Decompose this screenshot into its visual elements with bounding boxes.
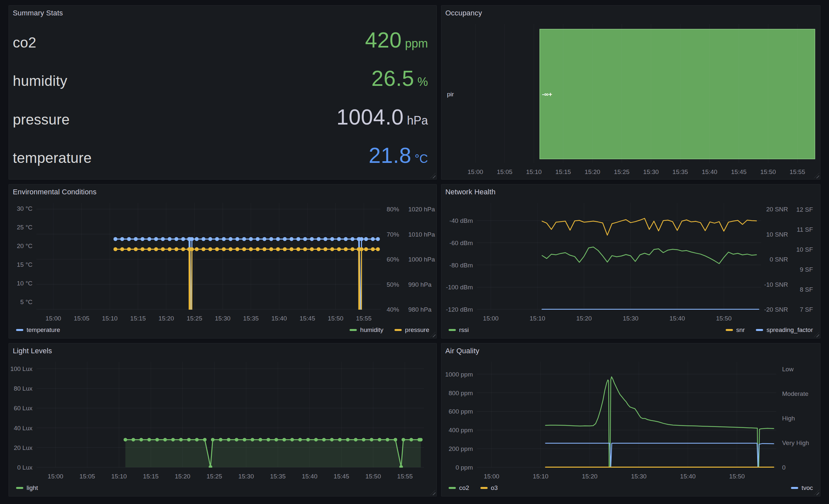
legend-item-snr[interactable]: snr xyxy=(726,326,745,334)
environment-chart[interactable]: 15:0015:0515:1015:1515:2015:2515:3015:35… xyxy=(9,198,436,325)
data-point-pressure[interactable] xyxy=(351,247,355,251)
data-point-pressure[interactable] xyxy=(269,247,273,251)
legend-item-co2[interactable]: co2 xyxy=(448,484,469,492)
data-point-light[interactable] xyxy=(282,438,286,441)
data-point-light[interactable] xyxy=(399,465,403,469)
data-point-pressure[interactable] xyxy=(290,247,293,251)
data-point-light[interactable] xyxy=(298,438,302,441)
panel-title[interactable]: Occupancy xyxy=(441,6,820,20)
data-point-pressure[interactable] xyxy=(215,247,219,251)
data-point-light[interactable] xyxy=(139,438,143,441)
data-point-pressure[interactable] xyxy=(256,247,260,251)
panel-title[interactable]: Summary Stats xyxy=(9,6,436,20)
data-point-temperature[interactable] xyxy=(371,237,375,241)
data-point-light[interactable] xyxy=(346,438,350,441)
data-point-pressure[interactable] xyxy=(323,247,327,251)
network-chart[interactable]: 15:0015:1015:2015:3015:4015:50-40 dBm-60… xyxy=(441,198,820,325)
data-point-light[interactable] xyxy=(163,438,167,441)
data-point-temperature[interactable] xyxy=(249,237,253,241)
data-point-pressure[interactable] xyxy=(242,247,246,251)
series-line-temperature[interactable] xyxy=(115,239,378,325)
series-line-co2[interactable] xyxy=(546,377,774,467)
data-point-temperature[interactable] xyxy=(269,237,273,241)
data-point-light[interactable] xyxy=(402,438,405,441)
data-point-light[interactable] xyxy=(195,438,199,441)
data-point-temperature[interactable] xyxy=(236,237,240,241)
data-point-light[interactable] xyxy=(306,438,310,441)
data-point-temperature[interactable] xyxy=(290,237,293,241)
data-point-temperature[interactable] xyxy=(208,237,212,241)
data-point-pressure[interactable] xyxy=(175,247,178,251)
data-point-pressure[interactable] xyxy=(310,247,314,251)
data-point-pressure[interactable] xyxy=(120,247,124,251)
data-point-pressure[interactable] xyxy=(113,247,117,251)
data-point-temperature[interactable] xyxy=(175,237,178,241)
data-point-light[interactable] xyxy=(419,438,423,441)
data-point-temperature[interactable] xyxy=(161,237,165,241)
data-point-temperature[interactable] xyxy=(141,237,145,241)
data-point-light[interactable] xyxy=(211,438,214,441)
series-line-snr[interactable] xyxy=(542,218,757,235)
data-point-pressure[interactable] xyxy=(283,247,287,251)
data-point-temperature[interactable] xyxy=(376,237,380,241)
data-point-temperature[interactable] xyxy=(310,237,314,241)
legend-item-spreading_factor[interactable]: spreading_factor xyxy=(756,326,813,334)
data-point-temperature[interactable] xyxy=(228,237,232,241)
data-point-pressure[interactable] xyxy=(208,247,212,251)
data-point-pressure[interactable] xyxy=(276,247,280,251)
data-point-pressure[interactable] xyxy=(262,247,266,251)
data-point-light[interactable] xyxy=(187,438,191,441)
data-point-light[interactable] xyxy=(330,438,334,441)
data-point-pressure[interactable] xyxy=(330,247,334,251)
data-point-light[interactable] xyxy=(275,438,278,441)
data-point-pressure[interactable] xyxy=(344,247,348,251)
data-point-light[interactable] xyxy=(235,438,239,441)
panel-title[interactable]: Air Quality xyxy=(441,343,820,357)
data-point-temperature[interactable] xyxy=(337,237,341,241)
data-point-light[interactable] xyxy=(155,438,159,441)
data-point-pressure[interactable] xyxy=(303,247,307,251)
series-line-pressure[interactable] xyxy=(115,249,378,325)
data-point-light[interactable] xyxy=(338,438,342,441)
data-point-light[interactable] xyxy=(203,438,207,441)
timeline-segment-occupied[interactable] xyxy=(540,29,815,159)
data-point-light[interactable] xyxy=(259,438,262,441)
legend-item-rssi[interactable]: rssi xyxy=(448,326,469,334)
data-point-light[interactable] xyxy=(362,438,365,441)
data-point-temperature[interactable] xyxy=(317,237,321,241)
data-point-temperature[interactable] xyxy=(195,237,199,241)
legend-item-light[interactable]: light xyxy=(16,484,38,492)
data-point-pressure[interactable] xyxy=(141,247,145,251)
data-point-pressure[interactable] xyxy=(222,247,226,251)
data-point-light[interactable] xyxy=(266,438,270,441)
data-point-temperature[interactable] xyxy=(360,237,364,241)
data-point-light[interactable] xyxy=(147,438,151,441)
data-point-pressure[interactable] xyxy=(376,247,380,251)
data-point-temperature[interactable] xyxy=(113,237,117,241)
data-point-pressure[interactable] xyxy=(154,247,158,251)
data-point-pressure[interactable] xyxy=(202,247,206,251)
panel-title[interactable]: Light Levels xyxy=(9,343,436,357)
legend-item-tvoc[interactable]: tvoc xyxy=(791,484,813,492)
data-point-light[interactable] xyxy=(251,438,254,441)
data-point-light[interactable] xyxy=(409,438,413,441)
data-point-temperature[interactable] xyxy=(296,237,300,241)
legend-item-pressure[interactable]: pressure xyxy=(395,326,429,334)
data-point-pressure[interactable] xyxy=(134,247,138,251)
data-point-temperature[interactable] xyxy=(120,237,124,241)
data-point-temperature[interactable] xyxy=(181,237,185,241)
data-point-light[interactable] xyxy=(354,438,357,441)
data-point-light[interactable] xyxy=(370,438,373,441)
data-point-light[interactable] xyxy=(322,438,326,441)
data-point-temperature[interactable] xyxy=(202,237,206,241)
series-line-tvoc[interactable] xyxy=(546,443,774,467)
data-point-pressure[interactable] xyxy=(195,247,199,251)
data-point-pressure[interactable] xyxy=(190,247,194,251)
data-point-temperature[interactable] xyxy=(351,237,355,241)
data-point-temperature[interactable] xyxy=(256,237,260,241)
air-quality-chart[interactable]: 15:0015:1015:2015:3015:4015:501000 ppm80… xyxy=(441,357,820,483)
data-point-temperature[interactable] xyxy=(262,237,266,241)
data-point-temperature[interactable] xyxy=(134,237,138,241)
legend-item-temperature[interactable]: temperature xyxy=(16,326,60,334)
data-point-light[interactable] xyxy=(394,438,397,441)
